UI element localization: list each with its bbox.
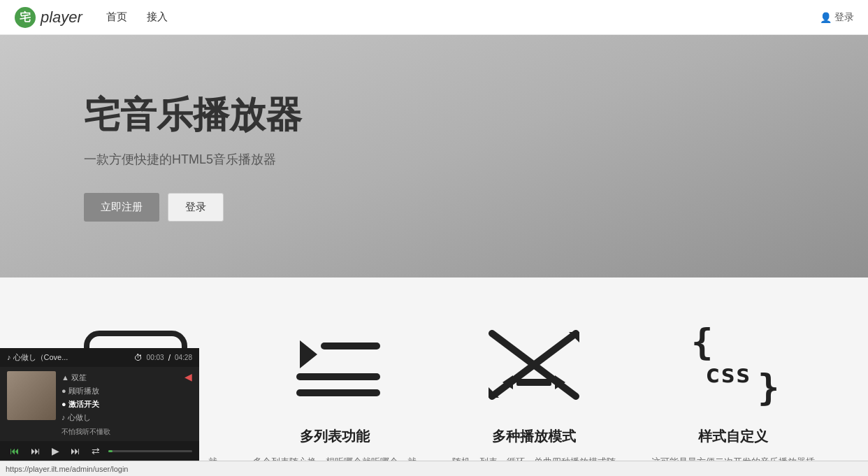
login-button[interactable]: 登录 bbox=[168, 193, 224, 222]
hero-title: 宅音乐播放器 bbox=[84, 91, 784, 140]
feature-css-icon: { css } bbox=[677, 319, 789, 410]
ctrl-next-button[interactable]: ⏭ bbox=[68, 444, 83, 458]
user-icon: 👤 bbox=[820, 12, 832, 23]
url-bar: https://player.ilt.me/admin/user/login bbox=[0, 461, 868, 476]
player-main: ▲ 双笙 ● 顾听播放 ● 激活开关 ♪ 心做し 不怕我听不懂歌 ◀ bbox=[0, 367, 199, 441]
ctrl-shuffle-button[interactable]: ⇄ bbox=[89, 444, 103, 458]
register-button[interactable]: 立即注册 bbox=[84, 193, 159, 222]
ctrl-prev-button[interactable]: ⏮ bbox=[7, 444, 22, 458]
player-header: ♪ 心做し（Cove... ⏱ 00:03 / 04:28 bbox=[0, 348, 199, 367]
player-controls: ⏮ ⏭ ▶ ⏭ ⇄ bbox=[0, 441, 199, 461]
brand: 宅 player bbox=[14, 6, 82, 29]
player-album-art bbox=[7, 371, 56, 420]
playlist-item-active[interactable]: ● 激活开关 bbox=[62, 398, 179, 411]
feature-playmode-icon bbox=[478, 319, 590, 410]
svg-rect-12 bbox=[516, 379, 551, 386]
feature-playlist: 多列表功能 多个列表随心换，想听哪个就听哪个，就这么任性！ bbox=[249, 319, 420, 476]
lyrics-line: 不怕我听不懂歌 bbox=[62, 427, 179, 437]
time-separator: / bbox=[168, 353, 171, 363]
player-expand-button[interactable]: ◀ bbox=[185, 371, 192, 382]
playlist-item[interactable]: ♪ 心做し bbox=[62, 411, 179, 424]
player-playlist: ▲ 双笙 ● 顾听播放 ● 激活开关 ♪ 心做し 不怕我听不懂歌 bbox=[62, 371, 179, 437]
brand-name-text: player bbox=[41, 8, 82, 27]
feature-playlist-title: 多列表功能 bbox=[300, 427, 370, 446]
url-text: https://player.ilt.me/admin/user/login bbox=[6, 465, 128, 473]
ctrl-rewind-button[interactable]: ⏭ bbox=[28, 444, 43, 458]
playlist-item[interactable]: ● 顾听播放 bbox=[62, 384, 179, 398]
nav-links: 首页 接入 bbox=[103, 10, 820, 24]
svg-text:}: } bbox=[758, 366, 779, 408]
hero-content: 宅音乐播放器 一款方便快捷的HTML5音乐播放器 立即注册 登录 bbox=[84, 91, 784, 222]
progress-bar[interactable] bbox=[108, 450, 192, 452]
hero-subtitle: 一款方便快捷的HTML5音乐播放器 bbox=[84, 151, 784, 168]
hero-section: 宅音乐播放器 一款方便快捷的HTML5音乐播放器 立即注册 登录 bbox=[0, 35, 868, 277]
feature-playmode-title: 多种播放模式 bbox=[492, 427, 576, 446]
login-area[interactable]: 👤 登录 bbox=[820, 11, 854, 24]
playlist-item[interactable]: ▲ 双笙 bbox=[62, 371, 179, 384]
mini-player: ♪ 心做し（Cove... ⏱ 00:03 / 04:28 ▲ 双笙 ● 顾听播… bbox=[0, 348, 199, 476]
feature-css-title: 样式自定义 bbox=[698, 427, 768, 446]
feature-playlist-icon bbox=[279, 319, 391, 410]
player-song-name: ♪ 心做し（Cove... bbox=[7, 352, 130, 363]
svg-text:{: { bbox=[691, 321, 713, 363]
ctrl-play-button[interactable]: ▶ bbox=[49, 444, 62, 458]
svg-text:宅: 宅 bbox=[20, 10, 31, 23]
nav-connect[interactable]: 接入 bbox=[144, 10, 171, 24]
player-time-current: 00:03 bbox=[147, 354, 164, 361]
svg-text:css: css bbox=[705, 359, 751, 388]
progress-fill bbox=[108, 450, 113, 452]
brand-logo-icon: 宅 bbox=[14, 6, 36, 29]
nav-home[interactable]: 首页 bbox=[103, 10, 130, 24]
feature-css: { css } 样式自定义 这可能是最方便二次开发的音乐播放器插件了。 bbox=[647, 319, 818, 476]
navbar: 宅 player 首页 接入 👤 登录 bbox=[0, 0, 868, 35]
login-link[interactable]: 登录 bbox=[834, 11, 854, 24]
hero-buttons: 立即注册 登录 bbox=[84, 193, 784, 222]
time-icon: ⏱ bbox=[134, 353, 143, 363]
player-time-total: 04:28 bbox=[175, 354, 192, 361]
album-image bbox=[7, 371, 56, 420]
feature-playmode: 多种播放模式 随机、列表、循环、单曲四种播放模式随心切换，最接近客户端的体验！ bbox=[448, 319, 619, 476]
svg-marker-4 bbox=[300, 340, 317, 368]
